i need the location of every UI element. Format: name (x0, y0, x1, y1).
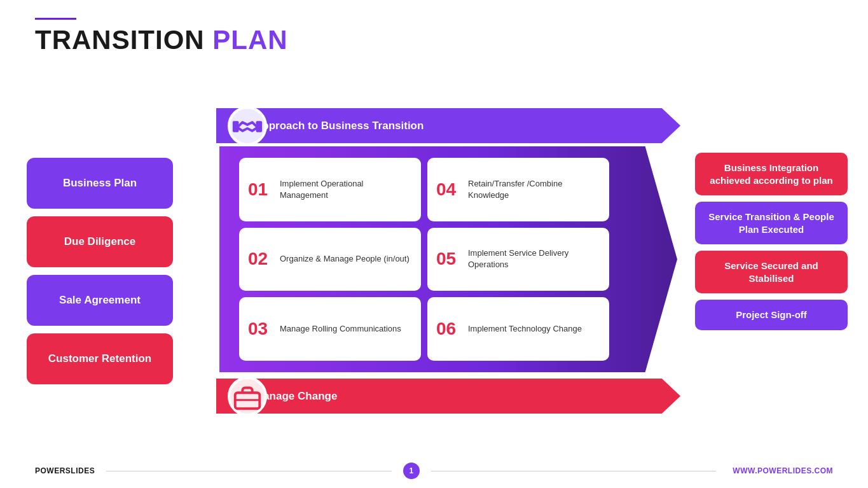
top-icon-circle (228, 106, 267, 146)
card-05: 05 Implement Service Delivery Operations (427, 228, 609, 291)
right-outcomes: Business Integration achieved according … (695, 153, 848, 330)
top-banner: Approach to Business Transition (216, 108, 680, 143)
outcome-project-signoff: Project Sign-off (695, 300, 848, 330)
page-header: TRANSITION PLAN (35, 18, 288, 55)
footer-brand: POWERSLIDES (35, 466, 95, 475)
card-03: 03 Manage Rolling Communications (239, 297, 421, 361)
handshake-icon (230, 109, 265, 143)
header-accent-line (35, 18, 76, 20)
card-01: 01 Implement Operational Management (239, 158, 421, 221)
card-04: 04 Retain/Transfer /Combine Knowledge (427, 158, 609, 221)
footer: POWERSLIDES 1 WWW.POWERLIDES.COM (0, 463, 868, 479)
footer-line-left (106, 471, 392, 471)
footer-website: WWW.POWERLIDES.COM (733, 466, 833, 475)
sidebar-item-business-plan: Business Plan (27, 158, 173, 209)
sidebar-item-sale-agreement: Sale Agreement (27, 275, 173, 326)
bottom-icon-circle (228, 377, 267, 416)
main-diagram-area: Approach to Business Transition 01 Imple… (184, 108, 680, 414)
briefcase-icon (230, 379, 265, 414)
footer-line-right (431, 471, 717, 471)
outcome-service-transition: Service Transition & People Plan Execute… (695, 202, 848, 244)
outcome-business-integration: Business Integration achieved according … (695, 153, 848, 195)
card-06: 06 Implement Technology Change (427, 297, 609, 361)
cards-grid: 01 Implement Operational Management 04 R… (228, 146, 660, 372)
card-02: 02 Organize & Manage People (in/out) (239, 228, 421, 291)
outcome-service-secured: Service Secured and Stabilised (695, 251, 848, 293)
page-title: TRANSITION PLAN (35, 25, 288, 55)
left-sidebar: Business Plan Due Diligence Sale Agreeme… (27, 158, 173, 384)
sidebar-item-customer-retention: Customer Retention (27, 333, 173, 384)
bottom-banner: Manage Change (216, 379, 680, 414)
sidebar-item-due-diligence: Due Diligence (27, 216, 173, 267)
footer-page-number: 1 (403, 463, 420, 479)
